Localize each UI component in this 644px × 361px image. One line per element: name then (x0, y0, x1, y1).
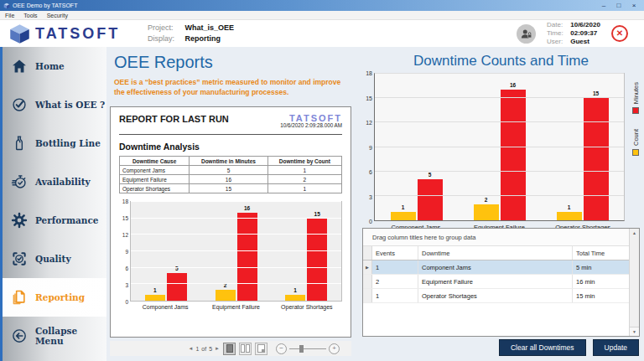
maximize-icon[interactable]: □ (612, 2, 626, 9)
grid-header-row: EventsDowntimeTotal Time (363, 246, 630, 260)
display-value: Reporting (185, 34, 221, 43)
time-label: Time: (547, 29, 569, 38)
sidebar-item-home[interactable]: Home (3, 47, 106, 85)
events-cell: 1 (372, 289, 418, 302)
table-cell: Component Jams (120, 166, 190, 175)
app-close-icon[interactable]: ✕ (611, 25, 628, 42)
gridline (131, 283, 341, 284)
sidebar-item-reporting[interactable]: Reporting (3, 278, 106, 317)
grid-data-row[interactable]: ▶1Component Jams5 min (363, 260, 630, 275)
continuous-view-button[interactable] (255, 343, 267, 355)
bar-group-equipment-failure: 216 (458, 74, 541, 220)
chart-y-axis: 0369121518 (363, 73, 374, 221)
pager-current: 1 (195, 346, 199, 352)
x-tick-label: Operator Shortages (272, 302, 342, 312)
single-page-icon (226, 344, 233, 353)
grid-column-header-events[interactable]: Events (372, 246, 418, 260)
sidebar-item-label: What is OEE ? (35, 100, 105, 110)
zoom-out-icon[interactable]: − (276, 343, 287, 354)
user-label: User: (547, 38, 569, 46)
scroll-bottom-icon[interactable]: ▼ (630, 327, 639, 336)
oee-description: OEE is a “best practices” metric measure… (114, 78, 351, 97)
grid-data-row[interactable]: 1Operator Shortages15 min (363, 289, 630, 303)
y-tick-label: 0 (125, 299, 128, 305)
table-cell: Operator Shortages (120, 184, 190, 193)
scroll-up-icon[interactable]: ▲ (630, 229, 639, 237)
project-label: Project: (148, 23, 183, 34)
project-info: Project: What_is_OEE Display: Reporting (148, 23, 234, 44)
downtime-analysis-table: Downtime CauseDowntime in MinutesDowntim… (119, 156, 342, 193)
app-header: TATSOFT Project: What_is_OEE Display: Re… (0, 20, 644, 47)
bar-value-label: 16 (244, 205, 250, 211)
time-value: 02:09:37 (570, 29, 597, 37)
report-pages-icon (10, 289, 28, 307)
sidebar-item-bottling-line[interactable]: Bottling Line (3, 124, 106, 162)
gridline (375, 121, 624, 122)
y-tick-label: 12 (122, 232, 128, 238)
chart-legend: MinutesCount (628, 82, 643, 156)
cube-logo-icon (8, 23, 31, 45)
grid-column-header-total-time[interactable]: Total Time (573, 246, 630, 260)
user-avatar[interactable] (517, 24, 536, 44)
y-tick-label: 18 (122, 199, 128, 204)
bar-value-label: 1 (293, 287, 297, 293)
user-lock-icon (520, 28, 532, 40)
sidebar-item-label: Quality (35, 254, 71, 264)
sidebar-item-performance[interactable]: Performance (3, 201, 106, 240)
bottle-icon (10, 135, 28, 152)
grid-group-hint[interactable]: Drag column titles here to group data (363, 229, 630, 246)
reports-panel: OEE Reports OEE is a “best practices” me… (106, 47, 358, 361)
menu-item-file[interactable]: File (5, 13, 14, 18)
user-value: Guest (570, 38, 589, 45)
window-close-icon[interactable]: × (627, 2, 641, 9)
zoom-in-icon[interactable]: + (329, 343, 340, 354)
menu-item-tools[interactable]: Tools (23, 13, 37, 18)
y-tick-label: 0 (369, 219, 372, 224)
bar-value-label: 15 (314, 211, 320, 217)
update-button[interactable]: Update (593, 339, 639, 356)
prev-page-icon[interactable]: ◄ (188, 346, 193, 351)
table-cell: 1 (267, 184, 341, 193)
collapse-arrow-icon (10, 327, 28, 345)
legend-entry-count: Count (632, 129, 640, 156)
sidebar-item-quality[interactable]: Quality (3, 240, 106, 278)
gear-icon (10, 212, 28, 229)
sidebar: HomeWhat is OEE ?Bottling LineAvailabili… (0, 47, 106, 361)
minimize-icon[interactable]: – (597, 2, 610, 9)
bar-groups: 15216115 (375, 74, 624, 220)
x-axis-labels: Component JamsEquipment FailureOperator … (130, 302, 342, 312)
gridline (375, 73, 624, 74)
grid-data-row[interactable]: 2Equipment Failure16 min (363, 275, 630, 289)
window-controls: – □ × (597, 2, 641, 9)
sidebar-item-label: Reporting (35, 292, 85, 302)
count-swatch-icon (632, 149, 639, 156)
minutes-bar: 5 (167, 273, 187, 301)
next-page-icon[interactable]: ► (215, 346, 220, 351)
sidebar-item-availability[interactable]: Availability (3, 162, 106, 201)
minutes-bar: 15 (584, 98, 609, 220)
sidebar-item-collapse-menu[interactable]: Collapse Menu (3, 317, 106, 355)
two-page-view-button[interactable] (239, 343, 252, 355)
sidebar-item-label: Availability (35, 177, 91, 187)
menu-item-security[interactable]: Security (47, 13, 68, 18)
grid-column-header-downtime[interactable]: Downtime (418, 246, 573, 260)
count-bar: 1 (145, 295, 165, 301)
grid-scrollbar[interactable]: ▲ ▼ (629, 229, 639, 336)
total-time-cell: 16 min (573, 275, 630, 288)
zoom-slider[interactable] (289, 348, 326, 349)
report-brand-block: TATSOFT 10/6/2020 2:09:28.000 AM (280, 114, 342, 128)
check-circle-icon (10, 96, 28, 114)
sidebar-item-label: Home (35, 61, 65, 71)
y-tick-label: 15 (122, 215, 128, 221)
minutes-bar: 16 (501, 90, 526, 220)
sidebar-item-label: Collapse Menu (35, 326, 106, 346)
single-page-view-button[interactable] (223, 343, 236, 355)
count-bar: 1 (391, 212, 416, 220)
zoom-slider-handle[interactable] (299, 345, 304, 353)
minutes-bar: 16 (237, 213, 257, 301)
chart-y-axis: 0369121518 (119, 201, 130, 302)
sidebar-item-what-is-oee[interactable]: What is OEE ? (3, 85, 106, 124)
table-cell: Equipment Failure (120, 175, 190, 184)
clear-all-downtimes-button[interactable]: Clear all Downtimes (499, 339, 586, 356)
report-brand-wordmark: TATSOFT (280, 114, 342, 122)
